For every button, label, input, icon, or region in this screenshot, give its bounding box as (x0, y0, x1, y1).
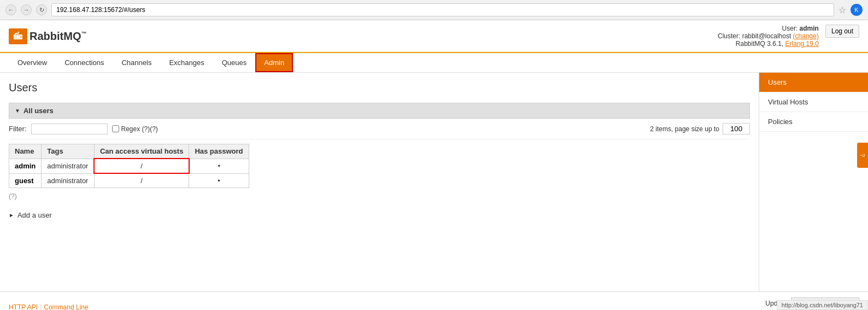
browser-chrome: ← → ↻ ☆ K (0, 0, 868, 20)
change-cluster-link[interactable]: (change) (793, 32, 819, 40)
add-user-section: ► Add a user (9, 209, 750, 221)
user-vhosts-admin: / (94, 159, 189, 173)
logo: 🖮 RabbitMQ™ (9, 28, 86, 44)
filter-label: Filter: (9, 125, 27, 133)
logout-button[interactable]: Log out (825, 25, 859, 38)
sidebar-item-policies[interactable]: Policies (759, 112, 868, 132)
table-row: guest administrator / • (9, 173, 249, 188)
user-vhosts-guest: / (94, 173, 189, 188)
filter-row: Filter: Regex (?)(?) 2 items, page size … (9, 119, 750, 139)
col-tags: Tags (42, 144, 95, 159)
nav-exchanges[interactable]: Exchanges (160, 53, 213, 72)
nav-queues[interactable]: Queues (213, 53, 256, 72)
user-name-guest[interactable]: guest (9, 173, 42, 188)
collapse-triangle-icon: ▼ (15, 108, 20, 114)
refresh-button[interactable]: ↻ (36, 4, 47, 15)
url-hint: http://blog.csdn.net/liboyang71 (777, 300, 868, 310)
logo-icon: 🖮 (9, 28, 27, 44)
page-size-input[interactable] (723, 123, 750, 134)
table-head: Name Tags Can access virtual hosts Has p… (9, 144, 249, 159)
user-name-admin[interactable]: admin (9, 159, 42, 173)
bookmark-icon[interactable]: ☆ (838, 5, 846, 15)
user-info: User: admin (718, 25, 819, 32)
sidebar: Users Virtual Hosts Policies (759, 73, 868, 291)
http-api-link[interactable]: HTTP API (9, 303, 38, 310)
footer-links: HTTP API | Command Line (9, 303, 89, 310)
user-tags-guest: administrator (42, 173, 95, 188)
content-wrapper: Users ▼ All users Filter: Regex (?)(?) 2… (0, 73, 868, 291)
sidebar-item-virtual-hosts[interactable]: Virtual Hosts (759, 92, 868, 112)
col-password: Has password (189, 144, 249, 159)
version-info: RabbitMQ 3.6.1, Erlang 19.0 (718, 40, 819, 48)
profile-icon[interactable]: K (851, 4, 863, 16)
regex-checkbox-label: Regex (?)(?) (112, 125, 158, 133)
user-password-admin: • (189, 159, 249, 173)
command-line-link[interactable]: Command Line (44, 303, 88, 310)
add-user-header[interactable]: ► Add a user (9, 209, 750, 221)
header-info: User: admin Cluster: rabbit@localhost (c… (718, 25, 819, 48)
add-user-label: Add a user (17, 211, 52, 219)
cluster-info: Cluster: rabbit@localhost (change) (718, 32, 819, 40)
page-title: Users (9, 81, 750, 94)
table-body: admin administrator / • guest administra… (9, 159, 249, 188)
table-header-row: Name Tags Can access virtual hosts Has p… (9, 144, 249, 159)
users-table: Name Tags Can access virtual hosts Has p… (9, 144, 249, 188)
side-tab[interactable]: ? (857, 142, 868, 167)
user-password-guest: • (189, 173, 249, 188)
forward-button[interactable]: → (21, 4, 32, 15)
filter-right: 2 items, page size up to (650, 123, 750, 134)
header-right: User: admin Cluster: rabbit@localhost (c… (718, 25, 859, 48)
help-text: (?) (9, 192, 750, 200)
col-name: Name (9, 144, 42, 159)
nav-admin[interactable]: Admin (255, 53, 293, 72)
sidebar-item-users[interactable]: Users (759, 73, 868, 92)
app-header: 🖮 RabbitMQ™ User: admin Cluster: rabbit@… (0, 20, 868, 53)
nav-channels[interactable]: Channels (113, 53, 160, 72)
regex-checkbox[interactable] (112, 125, 119, 132)
table-row: admin administrator / • (9, 159, 249, 173)
logo-text: RabbitMQ™ (30, 30, 86, 43)
col-vhosts: Can access virtual hosts (94, 144, 189, 159)
nav-overview[interactable]: Overview (9, 53, 56, 72)
main-nav: Overview Connections Channels Exchanges … (0, 53, 868, 73)
user-tags-admin: administrator (42, 159, 95, 173)
footer: HTTP API | Command Line Update every 5 s… (0, 291, 868, 310)
all-users-section-header[interactable]: ▼ All users (9, 103, 750, 119)
nav-connections[interactable]: Connections (56, 53, 113, 72)
filter-input[interactable] (31, 124, 108, 134)
section-title: All users (24, 107, 54, 115)
main-content: Users ▼ All users Filter: Regex (?)(?) 2… (0, 73, 759, 291)
expand-triangle-icon: ► (9, 212, 14, 218)
url-bar[interactable] (51, 3, 834, 16)
back-button[interactable]: ← (5, 4, 16, 15)
erlang-link[interactable]: Erlang 19.0 (785, 40, 819, 48)
